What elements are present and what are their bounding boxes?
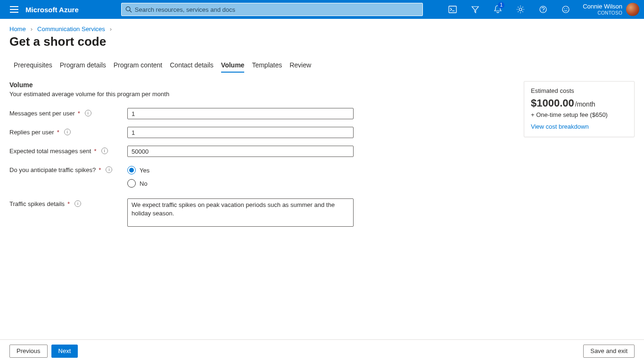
row-expected-total: Expected total messages sent * i — [9, 146, 514, 157]
required-asterisk: * — [78, 110, 80, 117]
feedback-icon — [562, 6, 570, 13]
tab-program-content[interactable]: Program content — [114, 58, 163, 74]
tab-contact-details[interactable]: Contact details — [170, 58, 214, 74]
required-asterisk: * — [94, 148, 96, 155]
help-button[interactable] — [532, 0, 554, 19]
previous-button[interactable]: Previous — [9, 345, 48, 358]
tabs: Prerequisites Program details Program co… — [4, 58, 644, 74]
info-icon[interactable]: i — [64, 129, 71, 135]
cost-amount: $1000.00 — [531, 97, 574, 109]
top-actions: 1 Connie Wilson CONTOSO — [441, 0, 639, 19]
label-expected-total: Expected total messages sent * i — [9, 146, 127, 157]
cost-fee: + One-time setup fee ($650) — [531, 111, 627, 118]
svg-rect-1 — [10, 9, 18, 10]
radio-icon — [127, 179, 136, 188]
chevron-right-icon: › — [31, 25, 33, 33]
page-title: Get a short code — [0, 34, 644, 58]
svg-point-13 — [567, 8, 568, 9]
label-replies: Replies per user * i — [9, 127, 127, 138]
required-asterisk: * — [67, 200, 70, 207]
search-container — [121, 3, 423, 16]
row-spikes-details: Traffic spikes details* i — [9, 198, 514, 228]
svg-rect-5 — [449, 6, 456, 13]
required-asterisk: * — [99, 166, 101, 173]
user-tenant-label: CONTOSO — [583, 10, 622, 16]
label-expected-total-text: Expected total messages sent — [9, 148, 91, 155]
label-spikes-details-text: Traffic spikes details — [9, 200, 65, 207]
info-icon[interactable]: i — [74, 200, 81, 207]
user-menu[interactable]: Connie Wilson CONTOSO — [577, 3, 639, 16]
filter-icon — [471, 5, 479, 14]
cost-title: Estimated costs — [531, 87, 627, 94]
tab-volume[interactable]: Volume — [221, 58, 245, 74]
next-button[interactable]: Next — [51, 345, 78, 358]
info-icon[interactable]: i — [85, 110, 91, 116]
label-spikes-details: Traffic spikes details* i — [9, 198, 127, 228]
radio-icon — [127, 166, 136, 174]
radio-option-no[interactable]: No — [127, 178, 354, 189]
label-messages-sent-text: Messages sent per user — [9, 110, 75, 117]
avatar — [626, 3, 639, 16]
user-text: Connie Wilson CONTOSO — [583, 3, 622, 15]
search-box[interactable] — [121, 3, 423, 16]
cloud-shell-button[interactable] — [441, 0, 464, 19]
tab-review[interactable]: Review — [289, 58, 311, 74]
row-messages-sent: Messages sent per user * i — [9, 108, 514, 119]
main-content: Volume Your estimated average volume for… — [0, 74, 644, 236]
messages-sent-input[interactable] — [127, 108, 354, 119]
svg-point-3 — [126, 7, 130, 11]
search-icon — [125, 6, 132, 13]
svg-point-11 — [562, 6, 569, 13]
form-column: Volume Your estimated average volume for… — [9, 81, 514, 236]
svg-point-12 — [564, 8, 565, 9]
settings-button[interactable] — [509, 0, 532, 19]
svg-point-10 — [543, 11, 544, 12]
wizard-footer: Previous Next Save and exit — [0, 339, 644, 362]
spikes-details-input[interactable] — [127, 198, 354, 227]
row-traffic-spikes: Do you anticipate traffic spikes?* i Yes… — [9, 165, 514, 191]
notifications-button[interactable]: 1 — [487, 0, 509, 19]
label-traffic-spikes: Do you anticipate traffic spikes?* i — [9, 165, 127, 191]
breadcrumb-comm-services[interactable]: Communication Services — [37, 25, 105, 33]
directory-filter-button[interactable] — [464, 0, 487, 19]
replies-input[interactable] — [127, 127, 354, 138]
cost-main: $1000.00 /month — [531, 97, 627, 109]
tab-templates[interactable]: Templates — [252, 58, 282, 74]
svg-line-4 — [130, 10, 132, 12]
label-traffic-spikes-text: Do you anticipate traffic spikes? — [9, 166, 96, 173]
svg-rect-2 — [10, 12, 18, 13]
radio-option-yes[interactable]: Yes — [127, 165, 354, 176]
cost-suffix: /month — [575, 100, 595, 108]
row-replies: Replies per user * i — [9, 127, 514, 138]
expected-total-input[interactable] — [127, 146, 354, 157]
topbar: Microsoft Azure 1 — [0, 0, 644, 19]
tab-prerequisites[interactable]: Prerequisites — [14, 58, 52, 74]
feedback-button[interactable] — [554, 0, 577, 19]
section-description: Your estimated average volume for this p… — [9, 90, 514, 98]
radio-yes-label: Yes — [140, 167, 149, 174]
view-cost-breakdown-link[interactable]: View cost breakdown — [531, 123, 589, 130]
save-and-exit-button[interactable]: Save and exit — [583, 345, 635, 358]
section-heading: Volume — [9, 81, 514, 89]
user-name-label: Connie Wilson — [583, 3, 622, 10]
help-icon — [539, 6, 547, 13]
label-replies-text: Replies per user — [9, 129, 54, 136]
brand-label: Microsoft Azure — [25, 6, 79, 14]
tab-program-details[interactable]: Program details — [60, 58, 106, 74]
svg-marker-7 — [472, 7, 479, 13]
breadcrumb-home[interactable]: Home — [9, 25, 26, 33]
estimated-costs-card: Estimated costs $1000.00 /month + One-ti… — [524, 81, 635, 137]
notifications-badge: 1 — [498, 2, 504, 8]
search-input[interactable] — [135, 6, 419, 13]
svg-rect-0 — [10, 6, 18, 7]
chevron-right-icon: › — [110, 25, 112, 33]
breadcrumb: Home › Communication Services › — [0, 19, 644, 34]
info-icon[interactable]: i — [106, 166, 112, 173]
required-asterisk: * — [57, 129, 59, 136]
radio-no-label: No — [140, 180, 148, 187]
nav-menu-button[interactable] — [5, 0, 24, 19]
svg-point-8 — [519, 8, 522, 11]
info-icon[interactable]: i — [101, 148, 108, 154]
cloud-shell-icon — [448, 6, 457, 13]
label-messages-sent: Messages sent per user * i — [9, 108, 127, 119]
